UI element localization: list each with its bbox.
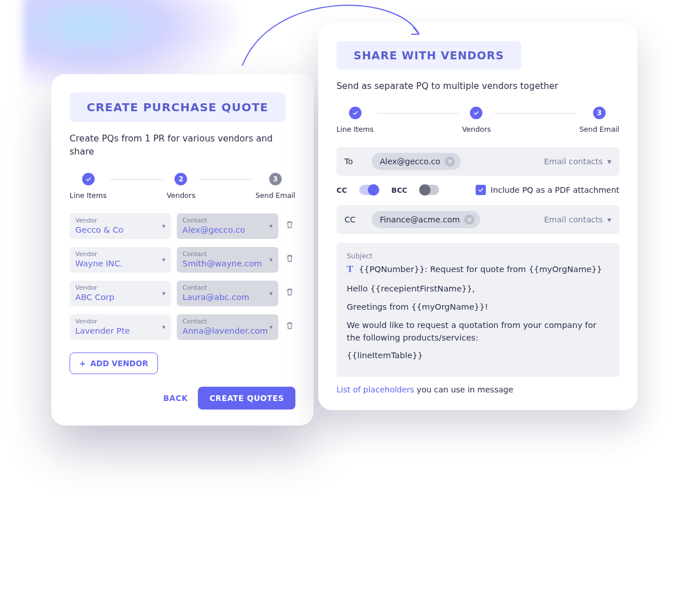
- add-vendor-label: ADD VENDOR: [90, 359, 148, 368]
- email-body-line: Hello {{recepientFirstName}},: [347, 283, 609, 295]
- pdf-label: Include PQ as a PDF attachment: [490, 185, 619, 194]
- step-number: 3: [593, 107, 606, 119]
- step-number: 3: [269, 173, 282, 185]
- trash-icon: [285, 220, 294, 230]
- vendor-row: Vendor Wayne INC. ▾ Contact Smith@wayne.…: [70, 247, 295, 273]
- chevron-down-icon: ▾: [162, 222, 165, 230]
- cc-row-label: CC: [344, 215, 364, 224]
- step-send-email: 3 Send Email: [255, 173, 295, 200]
- chevron-down-icon: ▾: [607, 215, 611, 224]
- left-subtitle: Create PQs from 1 PR for various vendors…: [70, 132, 295, 159]
- delete-row-button[interactable]: [284, 287, 295, 299]
- email-editor[interactable]: Subject T {{PQNumber}}: Request for quot…: [336, 243, 619, 377]
- chevron-down-icon: ▾: [269, 256, 273, 264]
- contact-select[interactable]: Contact Smith@wayne.com ▾: [177, 247, 278, 273]
- text-format-icon[interactable]: T: [347, 264, 353, 275]
- create-pq-card: CREATE PURCHASE QUOTE Create PQs from 1 …: [51, 74, 314, 425]
- contact-select[interactable]: Contact Alex@gecco.co ▾: [177, 213, 278, 239]
- email-contacts-select[interactable]: Email contacts ▾: [544, 157, 611, 166]
- step-line-items: Line Items: [336, 107, 374, 133]
- add-vendor-button[interactable]: + ADD VENDOR: [70, 352, 158, 374]
- cc-field[interactable]: CC Finance@acme.com ✕ Email contacts ▾: [336, 205, 619, 234]
- chevron-down-icon: ▾: [269, 290, 273, 297]
- bcc-toggle[interactable]: [420, 185, 439, 195]
- include-pdf-checkbox[interactable]: Include PQ as a PDF attachment: [476, 185, 619, 195]
- vendor-select[interactable]: Vendor Gecco & Co ▾: [70, 213, 171, 239]
- right-subtitle: Send as separate PQ to multiple vendors …: [336, 80, 619, 93]
- subject-label: Subject: [347, 252, 609, 260]
- email-body-line: We would like to request a quotation fro…: [347, 319, 609, 345]
- back-button[interactable]: BACK: [163, 394, 188, 403]
- check-icon: [82, 173, 95, 185]
- trash-icon: [285, 287, 294, 297]
- left-stepper: Line Items 2 Vendors 3 Send Email: [70, 173, 295, 200]
- chevron-down-icon: ▾: [162, 290, 165, 297]
- chip-text: Alex@gecco.co: [380, 157, 440, 166]
- vendor-row: Vendor ABC Corp ▾ Contact Laura@abc.com …: [70, 281, 295, 306]
- check-icon: [349, 107, 362, 119]
- vendor-row: Vendor Lavender Pte ▾ Contact Anna@laven…: [70, 314, 295, 340]
- bcc-toggle-label: BCC: [391, 186, 407, 194]
- recipient-chip: Alex@gecco.co ✕: [372, 153, 461, 170]
- step-line-items: Line Items: [70, 173, 107, 200]
- placeholder-hint: List of placeholders you can use in mess…: [336, 385, 619, 394]
- chevron-down-icon: ▾: [162, 256, 165, 264]
- delete-row-button[interactable]: [284, 220, 295, 232]
- step-vendors: Vendors: [462, 107, 490, 133]
- check-icon: [476, 185, 486, 195]
- chip-text: Finance@acme.com: [380, 215, 460, 224]
- step-number: 2: [174, 173, 187, 185]
- vendor-select[interactable]: Vendor Lavender Pte ▾: [70, 314, 171, 340]
- trash-icon: [285, 253, 294, 264]
- flow-arrow-icon: [237, 0, 431, 74]
- subject-text: {{PQNumber}}: Request for quote from {{m…: [359, 265, 602, 274]
- email-body-line: {{lineItemTable}}: [347, 350, 609, 362]
- step-vendors: 2 Vendors: [167, 173, 195, 200]
- share-vendors-card: SHARE WITH VENDORS Send as separate PQ t…: [318, 23, 638, 410]
- contact-select[interactable]: Contact Anna@lavender.com ▾: [177, 314, 278, 340]
- vendor-row: Vendor Gecco & Co ▾ Contact Alex@gecco.c…: [70, 213, 295, 239]
- create-quotes-button[interactable]: CREATE QUOTES: [198, 387, 295, 410]
- delete-row-button[interactable]: [284, 321, 295, 333]
- chevron-down-icon: ▾: [607, 157, 611, 166]
- email-contacts-select[interactable]: Email contacts ▾: [544, 215, 611, 224]
- contact-select[interactable]: Contact Laura@abc.com ▾: [177, 281, 278, 306]
- step-send-email: 3 Send Email: [579, 107, 619, 133]
- email-body-line: Greetings from {{myOrgName}}!: [347, 301, 609, 314]
- cc-chip: Finance@acme.com ✕: [372, 211, 480, 228]
- chevron-down-icon: ▾: [162, 323, 165, 331]
- cc-toggle[interactable]: [359, 185, 379, 195]
- delete-row-button[interactable]: [284, 253, 295, 266]
- plus-icon: +: [79, 359, 86, 368]
- chevron-down-icon: ▾: [269, 222, 273, 230]
- left-title: CREATE PURCHASE QUOTE: [70, 92, 286, 122]
- remove-chip-icon[interactable]: ✕: [445, 156, 455, 167]
- remove-chip-icon[interactable]: ✕: [464, 214, 474, 225]
- right-stepper: Line Items Vendors 3 Send Email: [336, 107, 619, 133]
- cc-toggle-label: CC: [336, 186, 347, 194]
- to-field[interactable]: To Alex@gecco.co ✕ Email contacts ▾: [336, 147, 619, 176]
- vendor-select[interactable]: Vendor Wayne INC. ▾: [70, 247, 171, 273]
- chevron-down-icon: ▾: [269, 323, 273, 331]
- vendor-select[interactable]: Vendor ABC Corp ▾: [70, 281, 171, 306]
- placeholder-link[interactable]: List of placeholders: [336, 385, 414, 394]
- check-icon: [470, 107, 482, 119]
- trash-icon: [285, 321, 294, 331]
- to-label: To: [344, 157, 364, 166]
